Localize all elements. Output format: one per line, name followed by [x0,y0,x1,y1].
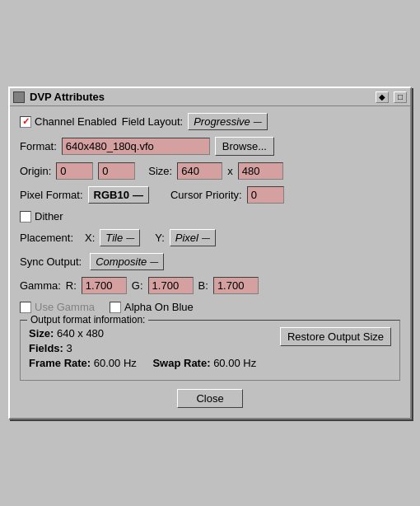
browse-button[interactable]: Browse... [215,137,274,156]
gamma-b-label: B: [198,279,208,292]
origin-label: Origin: [20,165,51,177]
gamma-label: Gamma: [20,279,61,292]
origin-y-input[interactable] [98,162,135,180]
sync-output-dropdown[interactable]: Composite — [90,253,164,270]
format-row: Format: Browse... [20,137,400,156]
maximize-button[interactable]: □ [394,91,407,103]
pixel-format-row: Pixel Format: RGB10 — Cursor Priority: [20,186,400,204]
gamma-r-input[interactable] [82,277,127,294]
field-layout-dropdown[interactable]: Progressive — [188,113,268,130]
main-window: DVP Attributes ◆ □ Channel Enabled Field… [8,87,412,419]
gamma-g-input[interactable] [148,277,194,294]
frame-rate-info-label: Frame Rate: [29,357,91,369]
fields-info-label: Fields: [29,342,63,354]
format-input[interactable] [62,138,210,155]
size-label: Size: [148,165,172,177]
dither-label: Dither [35,210,63,223]
channel-row: Channel Enabled Field Layout: Progressiv… [20,113,400,130]
alpha-on-blue-label: Alpha On Blue [124,301,194,313]
placement-y-arrow: — [202,233,210,242]
use-gamma-label: Use Gamma [35,301,95,313]
channel-enabled-checkbox[interactable] [20,116,31,128]
sync-output-value: Composite [96,255,147,268]
output-format-info: Size: 640 x 480 Fields: 3 Frame Rate: 60… [29,327,273,372]
pixel-format-label: Pixel Format: [20,189,83,201]
dither-row: Dither [20,210,400,223]
placement-x-arrow: — [126,233,134,242]
placement-label: Placement: [20,232,73,244]
restore-btn-container: Restore Output Size [280,327,391,372]
size-info-value: 640 x 480 [57,327,104,340]
gamma-g-label: G: [132,279,143,292]
use-gamma-checkbox[interactable] [20,302,31,313]
dither-container: Dither [20,210,63,223]
size-width-input[interactable] [177,162,222,180]
gamma-r-label: R: [66,279,77,292]
channel-enabled-label: Channel Enabled [35,115,117,128]
title-bar: DVP Attributes ◆ □ [10,88,410,106]
origin-size-row: Origin: Size: x [20,162,400,180]
close-button[interactable]: Close [177,389,243,408]
use-gamma-container: Use Gamma [20,301,95,313]
origin-x-input[interactable] [56,162,93,180]
field-layout-arrow: — [254,117,262,126]
placement-x-value: Tile [105,232,123,244]
cursor-priority-label: Cursor Priority: [170,189,242,201]
placement-y-dropdown[interactable]: Pixel — [170,229,216,246]
swap-rate-info-value: 60.00 Hz [213,357,256,369]
restore-output-size-button[interactable]: Restore Output Size [280,327,391,346]
swap-rate-info-label: Swap Rate: [152,357,210,369]
alpha-on-blue-container: Alpha On Blue [110,301,194,313]
cursor-priority-input[interactable] [247,186,284,204]
gamma-row: Gamma: R: G: B: [20,277,400,294]
size-info-label: Size: [29,327,54,340]
placement-x-label: X: [85,232,95,244]
alpha-on-blue-checkbox[interactable] [110,302,121,313]
close-btn-container: Close [20,389,400,408]
fields-info-value: 3 [67,342,72,354]
sync-output-arrow: — [150,257,158,266]
gamma-b-input[interactable] [213,277,259,294]
size-info-row: Size: 640 x 480 [29,327,273,340]
size-height-input[interactable] [238,162,283,180]
channel-enabled-container: Channel Enabled [20,115,117,128]
dither-checkbox[interactable] [20,211,31,223]
content-area: Channel Enabled Field Layout: Progressiv… [10,106,410,418]
pixel-format-arrow: — [133,189,143,201]
field-layout-value: Progressive [194,115,250,128]
placement-y-value: Pixel [175,232,198,244]
output-format-content: Size: 640 x 480 Fields: 3 Frame Rate: 60… [29,327,391,372]
output-format-group: Output format information: Size: 640 x 4… [20,320,400,381]
frame-rate-info-row: Frame Rate: 60.00 Hz Swap Rate: 60.00 Hz [29,357,273,369]
sync-output-row: Sync Output: Composite — [20,253,400,270]
pixel-format-value: RGB10 [94,189,129,201]
pixel-format-dropdown[interactable]: RGB10 — [88,186,149,204]
pin-button[interactable]: ◆ [376,91,389,103]
format-label: Format: [20,140,57,152]
output-format-group-label: Output format information: [27,314,148,326]
window-icon [13,91,25,103]
placement-row: Placement: X: Tile — Y: Pixel — [20,229,400,246]
placement-x-dropdown[interactable]: Tile — [100,229,140,246]
field-layout-label: Field Layout: [122,115,183,128]
placement-y-label: Y: [155,232,165,244]
gamma-options-row: Use Gamma Alpha On Blue [20,301,400,313]
size-x-separator: x [227,165,233,177]
fields-info-row: Fields: 3 [29,342,273,354]
window-title: DVP Attributes [30,91,371,103]
sync-output-label: Sync Output: [20,255,82,268]
frame-rate-info-value: 60.00 Hz [94,357,137,369]
